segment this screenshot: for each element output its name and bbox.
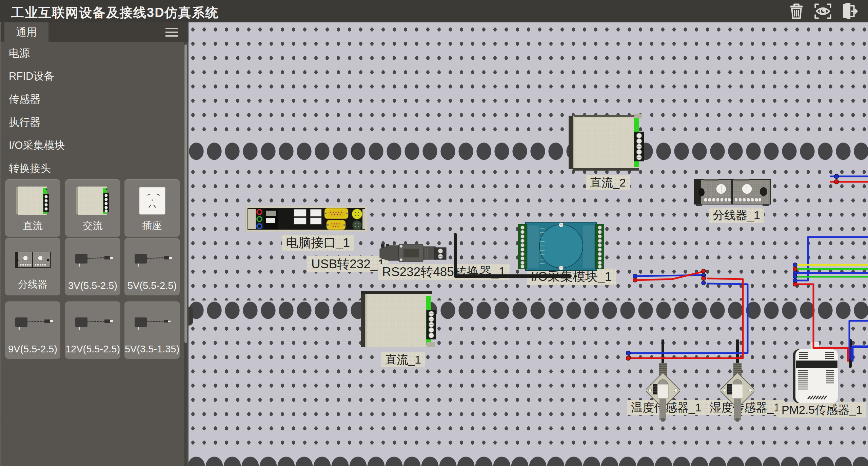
- sidebar-item-sensor[interactable]: 传感器: [1, 88, 184, 111]
- wire-blue: [849, 229, 868, 358]
- pegboard-hole-row: [188, 455, 868, 466]
- palette-item-label: 5V(3.5-1.35): [124, 344, 180, 355]
- palette-item-label: 9V(5.5-2.5): [5, 344, 60, 355]
- sidebar-scrollbar[interactable]: [184, 42, 188, 466]
- palette-item-dc[interactable]: 直流: [5, 179, 60, 237]
- wire-blue: [635, 275, 706, 276]
- sidebar-item-power[interactable]: 电源: [1, 42, 184, 65]
- splitter-thumbnail: [5, 241, 60, 278]
- pc-panel-graphic: [245, 206, 367, 232]
- wire-red: [635, 271, 706, 280]
- adapter-thumbnail: [65, 241, 120, 278]
- device-pc-interface[interactable]: [245, 206, 367, 232]
- device-label-splitter: 分线器_1: [709, 208, 764, 223]
- top-bar: 工业互联网设备及接线3D仿真系统: [0, 0, 868, 22]
- palette-item-5v-adapter[interactable]: 5V(5.5-2.5): [124, 238, 180, 295]
- socket-thumbnail: [124, 182, 180, 220]
- scrollbar-thumb[interactable]: [184, 44, 187, 343]
- view-focus-icon[interactable]: [813, 3, 833, 20]
- wire-blue: [795, 229, 868, 280]
- wire-blue: [853, 229, 868, 361]
- device-temperature-sensor[interactable]: [646, 339, 680, 424]
- device-dc-power-2[interactable]: [567, 113, 644, 172]
- device-splitter[interactable]: [693, 177, 771, 206]
- palette-item-splitter[interactable]: 分线器: [5, 238, 60, 295]
- pegboard-hole-row: [188, 141, 868, 161]
- trash-icon[interactable]: [787, 3, 806, 20]
- adapter-thumbnail: [65, 305, 120, 342]
- sidebar: 通用 电源 RFID设备 传感器 执行器 I/O采集模块 转换接头: [0, 22, 189, 466]
- dc-psu-thumbnail: [5, 182, 60, 220]
- converter-graphic: [379, 244, 447, 263]
- palette-item-label: 插座: [124, 219, 180, 233]
- device-rs232-485-converter[interactable]: [379, 244, 447, 263]
- sidebar-item-adapter[interactable]: 转换接头: [1, 157, 184, 180]
- category-menu: 电源 RFID设备 传感器 执行器 I/O采集模块 转换接头: [1, 42, 184, 180]
- sidebar-item-io-module[interactable]: I/O采集模块: [1, 134, 184, 157]
- dc-psu-graphic: [567, 113, 644, 172]
- adapter-thumbnail: [124, 241, 180, 278]
- device-label-dc2: 直流_2: [586, 175, 630, 190]
- palette-item-12v-adapter[interactable]: 12V(5.5-2.5): [65, 302, 120, 359]
- device-humidity-sensor[interactable]: [721, 339, 754, 424]
- probe-sensor-graphic: [721, 339, 754, 424]
- device-label-dc1: 直流_1: [381, 352, 425, 367]
- device-label-usb232: USB转232_1: [307, 256, 389, 272]
- pegboard-hole-row: [188, 300, 868, 320]
- palette-item-label: 直流: [5, 219, 60, 233]
- palette-item-3v-adapter[interactable]: 3V(5.5-2.5): [65, 238, 120, 295]
- palette-item-5v-slim-adapter[interactable]: 5V(3.5-1.35): [124, 302, 180, 359]
- palette-item-label: 3V(5.5-2.5): [65, 280, 120, 291]
- palette-item-ac[interactable]: 交流: [65, 179, 120, 237]
- app-window: 工业互联网设备及接线3D仿真系统 通用 电源: [0, 0, 868, 466]
- wire-red: [831, 182, 868, 199]
- palette-item-label: 12V(5.5-2.5): [65, 344, 120, 355]
- wire-blue: [831, 176, 868, 199]
- device-label-pm25: PM2.5传感器_1: [777, 402, 866, 418]
- device-io-module[interactable]: [518, 221, 604, 271]
- device-label-pc: 电脑接口_1: [282, 235, 354, 251]
- splitter-graphic: [693, 177, 771, 206]
- dc-psu-graphic: [359, 291, 436, 350]
- palette-item-label: 分线器: [5, 278, 60, 291]
- palette-item-socket[interactable]: 插座: [124, 179, 180, 237]
- wire-blue: [851, 229, 868, 360]
- sidebar-item-actuator[interactable]: 执行器: [1, 111, 184, 134]
- palette-item-label: 交流: [65, 219, 120, 233]
- app-title: 工业互联网设备及接线3D仿真系统: [11, 4, 219, 21]
- palette-item-label: 5V(5.5-2.5): [124, 280, 180, 291]
- device-pm25-sensor[interactable]: [793, 342, 840, 403]
- io-module-graphic: [518, 221, 604, 271]
- device-label-rs232: RS232转485转换器_1: [378, 264, 510, 280]
- adapter-thumbnail: [124, 305, 180, 342]
- adapter-thumbnail: [5, 305, 60, 342]
- red-connector-dots: [626, 180, 868, 361]
- sidebar-item-rfid[interactable]: RFID设备: [1, 65, 184, 88]
- sidebar-header: 通用: [1, 22, 189, 42]
- tab-general[interactable]: 通用: [4, 22, 48, 42]
- exit-icon[interactable]: [840, 3, 859, 20]
- device-dc-power-1[interactable]: [359, 291, 436, 350]
- hamburger-icon[interactable]: [165, 28, 178, 37]
- palette-item-9v-adapter[interactable]: 9V(5.5-2.5): [5, 302, 60, 359]
- simulation-board[interactable]: 直流_2 电脑接口_1 USB转232_1 RS232转485转换器_1 I/O…: [188, 22, 868, 466]
- probe-sensor-graphic: [646, 339, 680, 424]
- ac-psu-thumbnail: [65, 182, 120, 220]
- pm25-graphic: [793, 342, 840, 403]
